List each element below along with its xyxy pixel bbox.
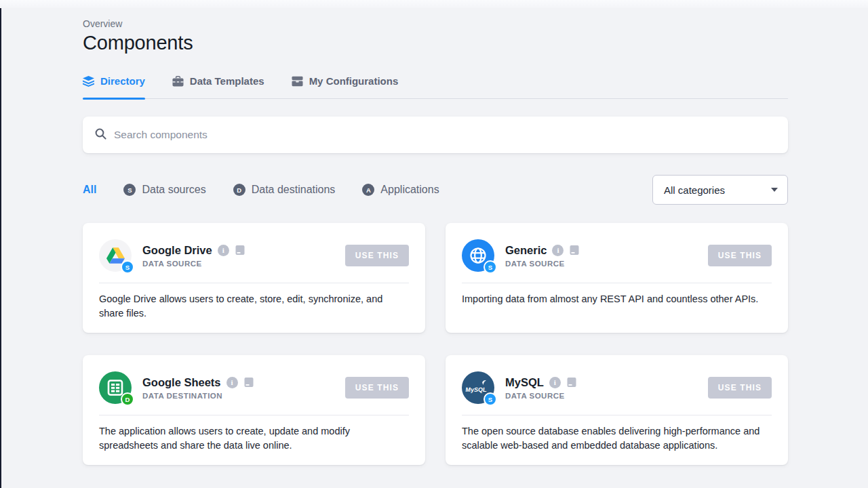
filter-label: Data sources	[142, 184, 205, 196]
filter-data-sources[interactable]: S Data sources	[123, 184, 205, 196]
tab-bar: Directory Data Templates	[83, 75, 788, 99]
window-left-edge	[0, 0, 1, 488]
info-icon[interactable]: i	[226, 377, 238, 388]
chevron-down-icon	[771, 188, 778, 192]
tab-my-configurations[interactable]: My Configurations	[292, 75, 399, 98]
components-page: Overview Components Directory	[83, 0, 788, 465]
card-title: Generic	[505, 244, 547, 257]
tab-label: My Configurations	[309, 75, 399, 87]
tab-label: Data Templates	[190, 75, 264, 87]
destination-badge: D	[121, 392, 134, 406]
card-title: Google Drive	[142, 244, 212, 257]
source-badge: S	[484, 392, 497, 406]
use-this-button[interactable]: USE THIS	[708, 245, 772, 266]
source-badge-icon: S	[123, 184, 136, 196]
destination-badge-icon: D	[233, 184, 245, 196]
component-card-generic: S Generic i DATA SOURCE USE THIS Importi…	[446, 223, 788, 333]
use-this-button[interactable]: USE THIS	[345, 245, 409, 266]
card-description: Importing data from almost any REST API …	[462, 292, 772, 306]
component-card-google-sheets: D Google Sheets i DATA DESTINATION USE T…	[83, 355, 425, 465]
search-icon	[95, 128, 106, 142]
source-badge: S	[484, 260, 497, 274]
tab-directory[interactable]: Directory	[83, 75, 145, 98]
card-type-label: DATA SOURCE	[505, 392, 577, 400]
filter-label: Data destinations	[252, 184, 336, 196]
category-dropdown[interactable]: All categories	[652, 175, 788, 205]
use-this-button[interactable]: USE THIS	[708, 377, 772, 399]
svg-text:MySQL: MySQL	[465, 386, 488, 393]
breadcrumb[interactable]: Overview	[83, 18, 788, 29]
card-divider	[99, 283, 409, 283]
layers-icon	[83, 76, 94, 87]
use-this-button[interactable]: USE THIS	[345, 377, 409, 399]
search-input[interactable]	[114, 129, 776, 141]
filter-label: All	[83, 184, 96, 196]
card-divider	[99, 415, 409, 415]
type-filters: All S Data sources D Data destinations A…	[83, 184, 439, 196]
tab-label: Directory	[100, 75, 145, 87]
filter-row: All S Data sources D Data destinations A…	[83, 175, 788, 205]
documentation-icon[interactable]	[566, 377, 577, 388]
box-icon	[292, 76, 303, 87]
card-title: MySQL	[505, 376, 544, 389]
component-card-google-drive: S Google Drive i DATA SOURCE USE THIS Go…	[83, 223, 425, 333]
tab-data-templates[interactable]: Data Templates	[172, 75, 264, 98]
documentation-icon[interactable]	[243, 377, 254, 388]
info-icon[interactable]: i	[218, 245, 229, 256]
category-dropdown-value: All categories	[664, 184, 725, 196]
page-title: Components	[83, 32, 788, 54]
info-icon[interactable]: i	[549, 377, 561, 388]
card-type-label: DATA DESTINATION	[142, 392, 254, 400]
card-type-label: DATA SOURCE	[142, 260, 245, 268]
filter-label: Applications	[380, 184, 439, 196]
source-badge: S	[121, 260, 134, 274]
card-description: The application allows users to create, …	[99, 424, 409, 452]
filter-all[interactable]: All	[83, 184, 96, 196]
filter-applications[interactable]: A Applications	[362, 184, 439, 196]
info-icon[interactable]: i	[552, 245, 564, 256]
card-description: Google Drive allows users to create, sto…	[99, 292, 409, 320]
component-card-grid: S Google Drive i DATA SOURCE USE THIS Go…	[83, 223, 788, 465]
card-description: The open source database enables deliver…	[462, 424, 772, 452]
card-title: Google Sheets	[142, 376, 221, 389]
card-divider	[462, 415, 772, 415]
search-bar[interactable]	[83, 117, 788, 153]
toolbox-icon	[172, 76, 184, 87]
card-type-label: DATA SOURCE	[505, 260, 580, 268]
filter-data-destinations[interactable]: D Data destinations	[233, 184, 336, 196]
documentation-icon[interactable]	[569, 245, 580, 256]
documentation-icon[interactable]	[235, 245, 245, 256]
card-divider	[462, 283, 772, 283]
application-badge-icon: A	[362, 184, 374, 196]
component-card-mysql: MySQL S MySQL i DATA SOURCE USE TH	[446, 355, 788, 465]
